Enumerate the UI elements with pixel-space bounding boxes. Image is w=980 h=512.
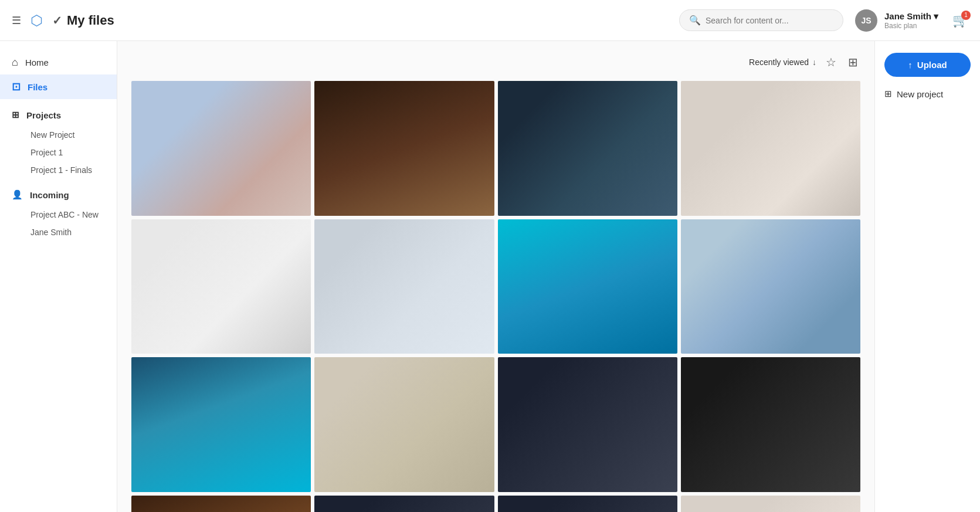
header-left: ☰ ⬡ ✓ My files <box>12 12 114 29</box>
grid-cell-11[interactable] <box>498 357 677 492</box>
image-grid: Order prints Download Edit Delete <box>131 81 860 512</box>
user-plan: Basic plan <box>884 22 938 30</box>
sidebar-item-label-incoming: Incoming <box>30 190 69 200</box>
home-icon: ⌂ <box>12 56 18 69</box>
projects-icon: ⊞ <box>12 110 19 120</box>
grid-cell-6[interactable] <box>314 219 494 354</box>
app-header: ☰ ⬡ ✓ My files 🔍 JS Jane Smith ▾ Basic p… <box>0 0 980 41</box>
grid-view-button[interactable]: ⊞ <box>846 53 860 72</box>
upload-button[interactable]: ↑ Upload <box>884 53 971 77</box>
page-title: My files <box>67 13 114 28</box>
sidebar-item-home[interactable]: ⌂ Home <box>0 50 117 74</box>
sidebar-item-label-projects: Projects <box>26 110 61 120</box>
grid-cell-10[interactable] <box>314 357 494 492</box>
sidebar-section-projects: ⊞ Projects New Project Project 1 Project… <box>0 104 117 179</box>
files-icon: ⊡ <box>12 80 21 93</box>
upload-icon: ↑ <box>908 60 913 70</box>
user-name[interactable]: Jane Smith ▾ <box>884 11 938 22</box>
search-bar[interactable]: 🔍 <box>679 9 843 31</box>
grid-cell-12[interactable] <box>681 357 860 492</box>
cart-badge: 1 <box>961 11 971 20</box>
sidebar-item-files[interactable]: ⊡ Files <box>0 74 117 99</box>
grid-cell-3[interactable] <box>498 81 677 216</box>
grid-cell-5[interactable] <box>131 219 311 354</box>
sidebar-item-incoming[interactable]: 👤 Incoming <box>0 184 117 206</box>
grid-cell-13[interactable] <box>131 496 311 512</box>
search-input[interactable] <box>706 16 833 25</box>
avatar: JS <box>855 9 877 32</box>
grid-cell-8[interactable] <box>681 219 860 354</box>
sidebar: ⌂ Home ⊡ Files ⊞ Projects New Project Pr… <box>0 41 117 512</box>
upload-label: Upload <box>917 60 947 70</box>
grid-cell-16[interactable] <box>681 496 860 512</box>
recently-viewed-down-icon: ↓ <box>812 57 816 67</box>
user-info: Jane Smith ▾ Basic plan <box>884 11 938 30</box>
sidebar-item-label-files: Files <box>28 82 48 92</box>
check-icon: ✓ <box>52 13 62 28</box>
app-body: ⌂ Home ⊡ Files ⊞ Projects New Project Pr… <box>0 41 980 512</box>
recently-viewed-label: Recently viewed <box>749 57 809 67</box>
sidebar-sub-project1-finals[interactable]: Project 1 - Finals <box>0 161 117 179</box>
sidebar-sub-project-abc[interactable]: Project ABC - New <box>0 206 117 223</box>
cart-icon[interactable]: 🛒 1 <box>952 13 968 28</box>
grid-cell-9[interactable] <box>131 357 311 492</box>
recently-viewed-button[interactable]: Recently viewed ↓ <box>749 57 816 67</box>
grid-cell-15[interactable] <box>498 496 677 512</box>
sidebar-sub-new-project[interactable]: New Project <box>0 126 117 144</box>
grid-cell-4[interactable] <box>681 81 860 216</box>
toolbar-row: Recently viewed ↓ ☆ ⊞ <box>131 53 860 72</box>
sidebar-section-main: ⌂ Home ⊡ Files <box>0 50 117 99</box>
sidebar-item-label-home: Home <box>25 57 49 67</box>
new-project-icon: ⊞ <box>884 89 892 99</box>
grid-cell-7[interactable] <box>498 219 677 354</box>
grid-cell-14[interactable] <box>314 496 494 512</box>
user-area: JS Jane Smith ▾ Basic plan 🛒 1 <box>855 9 968 32</box>
right-panel: ↑ Upload ⊞ New project <box>874 41 980 512</box>
sidebar-sub-project1[interactable]: Project 1 <box>0 144 117 161</box>
main-content: Recently viewed ↓ ☆ ⊞ Order prints Downl… <box>117 41 874 512</box>
hamburger-icon[interactable]: ☰ <box>12 14 21 27</box>
logo-icon: ⬡ <box>30 12 43 29</box>
header-title: ✓ My files <box>52 13 114 28</box>
search-icon: 🔍 <box>689 15 701 26</box>
incoming-icon: 👤 <box>12 189 23 200</box>
main-inner: Recently viewed ↓ ☆ ⊞ Order prints Downl… <box>131 53 860 512</box>
new-project-label: New project <box>897 89 943 99</box>
grid-cell-1[interactable] <box>131 81 311 216</box>
sidebar-sub-jane-smith[interactable]: Jane Smith <box>0 223 117 241</box>
new-project-button[interactable]: ⊞ New project <box>884 86 971 101</box>
sidebar-section-incoming: 👤 Incoming Project ABC - New Jane Smith <box>0 184 117 241</box>
star-button[interactable]: ☆ <box>823 53 839 72</box>
sidebar-item-projects[interactable]: ⊞ Projects <box>0 104 117 126</box>
grid-cell-2[interactable]: Order prints Download Edit Delete <box>314 81 494 216</box>
